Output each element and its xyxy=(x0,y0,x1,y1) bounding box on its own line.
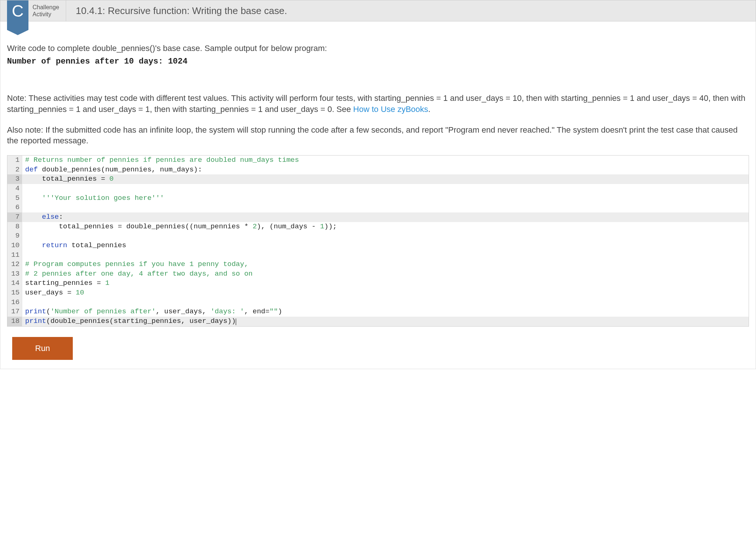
code-text[interactable]: def double_pennies(num_pennies, num_days… xyxy=(22,165,749,175)
challenge-badge: C xyxy=(0,0,28,30)
code-text[interactable]: # Returns number of pennies if pennies a… xyxy=(22,156,749,165)
code-text[interactable] xyxy=(22,231,749,241)
code-line[interactable]: 7 else: xyxy=(7,212,749,222)
instruction-note: Note: These activities may test code wit… xyxy=(7,93,749,115)
code-line[interactable]: 15user_days = 10 xyxy=(7,288,749,298)
line-number: 18 xyxy=(7,317,22,326)
code-text[interactable] xyxy=(22,184,749,194)
activity-header: C Challenge Activity 10.4.1: Recursive f… xyxy=(0,0,756,21)
code-text[interactable]: starting_pennies = 1 xyxy=(22,279,749,288)
code-editor[interactable]: 1# Returns number of pennies if pennies … xyxy=(7,155,749,327)
code-line[interactable]: 1# Returns number of pennies if pennies … xyxy=(7,156,749,165)
line-number: 8 xyxy=(7,222,22,232)
code-line[interactable]: 18print(double_pennies(starting_pennies,… xyxy=(7,317,749,326)
code-line[interactable]: 11 xyxy=(7,251,749,260)
code-line[interactable]: 16 xyxy=(7,298,749,307)
code-line[interactable]: 13# 2 pennies after one day, 4 after two… xyxy=(7,269,749,279)
badge-label-line1: Challenge xyxy=(33,4,59,11)
line-number: 17 xyxy=(7,307,22,317)
code-text[interactable]: return total_pennies xyxy=(22,241,749,251)
code-line[interactable]: 8 total_pennies = double_pennies((num_pe… xyxy=(7,222,749,232)
code-line[interactable]: 17print('Number of pennies after', user_… xyxy=(7,307,749,317)
text-cursor xyxy=(236,318,236,325)
activity-title: 10.4.1: Recursive function: Writing the … xyxy=(66,0,287,21)
line-number: 11 xyxy=(7,251,22,260)
code-text[interactable]: total_pennies = double_pennies((num_penn… xyxy=(22,222,749,232)
code-text[interactable] xyxy=(22,298,749,307)
code-line[interactable]: 4 xyxy=(7,184,749,194)
code-line[interactable]: 3 total_pennies = 0 xyxy=(7,174,749,184)
how-to-use-link[interactable]: How to Use zyBooks xyxy=(353,105,428,114)
badge-label-line2: Activity xyxy=(33,11,59,18)
line-number: 13 xyxy=(7,269,22,279)
line-number: 5 xyxy=(7,194,22,203)
line-number: 16 xyxy=(7,298,22,307)
code-text[interactable]: print('Number of pennies after', user_da… xyxy=(22,307,749,317)
activity-content: Write code to complete double_pennies()'… xyxy=(0,21,756,369)
challenge-badge-ribbon: C xyxy=(7,0,28,30)
instruction-prompt: Write code to complete double_pennies()'… xyxy=(7,43,749,54)
code-line[interactable]: 14starting_pennies = 1 xyxy=(7,279,749,288)
badge-label: Challenge Activity xyxy=(28,0,66,21)
line-number: 7 xyxy=(7,212,22,222)
line-number: 14 xyxy=(7,279,22,288)
line-number: 2 xyxy=(7,165,22,175)
note-suffix: . xyxy=(428,105,430,114)
run-button[interactable]: Run xyxy=(12,337,73,360)
instruction-sub-note: Also note: If the submitted code has an … xyxy=(7,125,749,146)
line-number: 6 xyxy=(7,203,22,212)
code-line[interactable]: 5 '''Your solution goes here''' xyxy=(7,194,749,203)
code-line[interactable]: 10 return total_pennies xyxy=(7,241,749,251)
badge-letter: C xyxy=(12,0,24,22)
code-text[interactable]: total_pennies = 0 xyxy=(22,174,749,184)
code-line[interactable]: 2def double_pennies(num_pennies, num_day… xyxy=(7,165,749,175)
code-line[interactable]: 9 xyxy=(7,231,749,241)
line-number: 1 xyxy=(7,156,22,165)
code-text[interactable]: '''Your solution goes here''' xyxy=(22,194,749,203)
sample-output: Number of pennies after 10 days: 1024 xyxy=(7,56,749,67)
line-number: 9 xyxy=(7,231,22,241)
code-line[interactable]: 6 xyxy=(7,203,749,212)
code-text[interactable]: print(double_pennies(starting_pennies, u… xyxy=(22,317,749,326)
instructions: Write code to complete double_pennies()'… xyxy=(7,43,749,146)
line-number: 3 xyxy=(7,174,22,184)
code-text[interactable]: user_days = 10 xyxy=(22,288,749,298)
line-number: 15 xyxy=(7,288,22,298)
code-text[interactable]: else: xyxy=(22,212,749,222)
code-text[interactable]: # 2 pennies after one day, 4 after two d… xyxy=(22,269,749,279)
code-text[interactable] xyxy=(22,203,749,212)
line-number: 4 xyxy=(7,184,22,194)
code-text[interactable] xyxy=(22,251,749,260)
line-number: 10 xyxy=(7,241,22,251)
code-text[interactable]: # Program computes pennies if you have 1… xyxy=(22,260,749,269)
line-number: 12 xyxy=(7,260,22,269)
code-line[interactable]: 12# Program computes pennies if you have… xyxy=(7,260,749,269)
